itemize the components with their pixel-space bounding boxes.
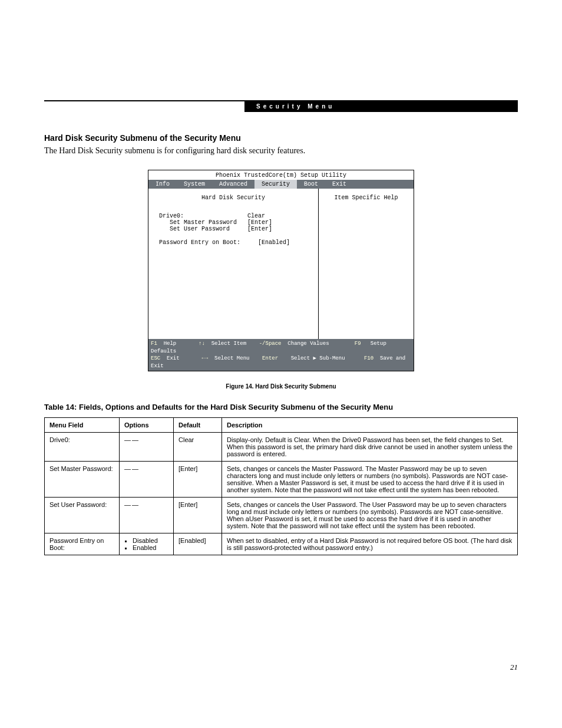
th-description: Description	[222, 418, 518, 433]
set-user-password-label[interactable]: Set User Password	[170, 226, 247, 232]
key-leftright: ←→	[201, 355, 208, 361]
th-options: Options	[120, 418, 174, 433]
bios-panel: Phoenix TrustedCore(tm) Setup Utility In…	[148, 170, 414, 371]
table-row: Set User Password: —— [Enter] Sets, chan…	[45, 498, 518, 533]
bios-title: Phoenix TrustedCore(tm) Setup Utility	[148, 170, 414, 180]
cell-default: [Enabled]	[174, 533, 222, 555]
key-help-label: Help	[164, 341, 177, 347]
section-title: Hard Disk Security Submenu of the Securi…	[44, 133, 518, 143]
password-entry-boot-value: [Enabled]	[258, 239, 290, 246]
tab-system[interactable]: System	[177, 180, 212, 189]
cell-default: Clear	[174, 433, 222, 462]
cell-desc: When set to disabled, entry of a Hard Di…	[222, 533, 518, 555]
key-space: -/Space	[259, 341, 282, 347]
tab-info[interactable]: Info	[148, 180, 177, 189]
cell-options: ——	[120, 498, 174, 533]
table-title: Table 14: Fields, Options and Defaults f…	[44, 403, 518, 411]
intro-text: The Hard Disk Security submenu is for co…	[44, 146, 518, 156]
cell-field: Set Master Password:	[45, 462, 120, 498]
drive0-value: Clear	[247, 213, 265, 219]
bios-help-title: Item Specific Help	[323, 195, 409, 201]
cell-options: Disabled Enabled	[120, 533, 174, 555]
key-updown: ↑↓	[199, 341, 205, 347]
table-row: Password Entry on Boot: Disabled Enabled…	[45, 533, 518, 555]
bios-submenu-title: Hard Disk Security	[159, 195, 308, 201]
set-master-password-label[interactable]: Set Master Password	[170, 219, 247, 226]
section-header: Security Menu	[244, 101, 518, 112]
figure-caption: Figure 14. Hard Disk Security Submenu	[44, 383, 518, 390]
fields-table: Menu Field Options Default Description D…	[44, 417, 518, 555]
key-change-values-label: Change Values	[287, 341, 329, 347]
cell-options: ——	[120, 462, 174, 498]
set-user-password-value: [Enter]	[247, 226, 272, 232]
table-row: Set Master Password: —— [Enter] Sets, ch…	[45, 462, 518, 498]
tab-boot[interactable]: Boot	[297, 180, 325, 189]
key-f1: F1	[151, 341, 157, 347]
key-esc: ESC	[151, 355, 160, 361]
cell-desc: Display-only. Default is Clear. When the…	[222, 433, 518, 462]
tab-exit[interactable]: Exit	[325, 180, 353, 189]
key-select-menu-label: Select Menu	[214, 355, 249, 361]
drive0-label: Drive0:	[159, 213, 247, 219]
set-master-password-value: [Enter]	[247, 219, 272, 226]
key-enter: Enter	[262, 355, 278, 361]
key-select-submenu-label: Select ▶ Sub-Menu	[291, 355, 345, 361]
cell-field: Password Entry on Boot:	[45, 533, 120, 555]
cell-field: Drive0:	[45, 433, 120, 462]
bios-footer: F1 Help ↑↓ Select Item -/Space Change Va…	[148, 339, 414, 371]
th-default: Default	[174, 418, 222, 433]
cell-options: ——	[120, 433, 174, 462]
key-f10: F10	[364, 355, 373, 361]
option-disabled: Disabled	[133, 537, 168, 544]
bios-tabs: Info System Advanced Security Boot Exit	[148, 180, 414, 189]
tab-security[interactable]: Security	[254, 180, 297, 189]
key-f9: F9	[355, 341, 361, 347]
tab-advanced[interactable]: Advanced	[212, 180, 254, 189]
password-entry-boot-label[interactable]: Password Entry on Boot:	[159, 239, 258, 246]
page-number: 21	[510, 663, 518, 672]
bios-left-pane: Hard Disk Security Drive0: Clear Set Mas…	[148, 189, 319, 339]
cell-desc: Sets, changes or cancels the Master Pass…	[222, 462, 518, 498]
key-select-item-label: Select Item	[211, 341, 246, 347]
table-row: Drive0: —— Clear Display-only. Default i…	[45, 433, 518, 462]
th-menu-field: Menu Field	[45, 418, 120, 433]
cell-desc: Sets, changes or cancels the User Passwo…	[222, 498, 518, 533]
cell-default: [Enter]	[174, 498, 222, 533]
cell-default: [Enter]	[174, 462, 222, 498]
option-enabled: Enabled	[133, 544, 168, 551]
bios-help-pane: Item Specific Help	[319, 189, 414, 339]
cell-field: Set User Password:	[45, 498, 120, 533]
key-exit-label: Exit	[167, 355, 180, 361]
